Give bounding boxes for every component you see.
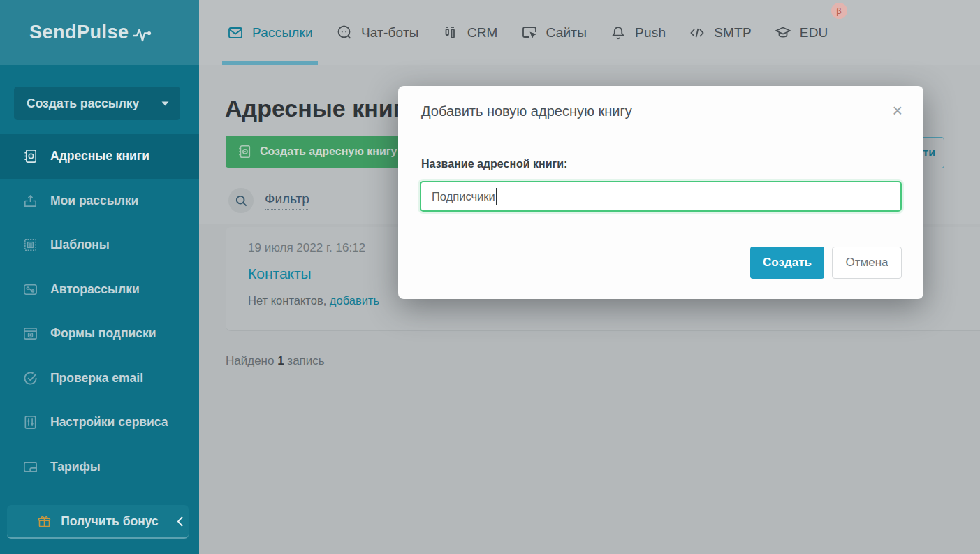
top-nav: Рассылки Чат-боты CRM Сайты Push SMTP [199,0,980,65]
logo-text: SendPulse [29,22,129,43]
sidebar: SendPulse Создать рассылку Адресные книг… [0,0,199,554]
tab-push[interactable]: Push [605,0,671,65]
sidebar-item-service-settings[interactable]: Настройки сервиса [0,400,199,445]
sidebar-item-templates[interactable]: Шаблоны [0,223,199,268]
sites-icon [521,24,538,41]
create-campaign-dropdown[interactable] [149,87,180,120]
addressbook-name-value: Подписчики [432,190,495,203]
book-name-link[interactable]: Контакты [248,265,312,282]
pulse-icon [133,26,152,44]
tab-chatbots[interactable]: Чат-боты [331,0,424,65]
sidebar-item-subscription-forms[interactable]: Формы подписки [0,312,199,356]
get-bonus-button[interactable]: Получить бонус [7,505,189,539]
modal-title: Добавить новую адресную книгу [421,103,632,119]
book-status: Нет контактов, добавить [248,294,379,307]
sendpulse-app: Рассылки Чат-боты CRM Сайты Push SMTP [0,0,980,554]
sidebar-item-email-verification[interactable]: Проверка email [0,356,199,401]
addressbook-name-input[interactable]: Подписчики [420,181,902,212]
chevron-left-icon[interactable] [176,516,184,527]
tab-smtp[interactable]: SMTP [684,0,756,65]
sidebar-item-automations[interactable]: Авторассылки [0,268,199,312]
filter-control[interactable]: Фильтр [228,188,309,213]
get-bonus-label: Получить бонус [61,514,159,529]
close-icon[interactable]: × [889,101,905,121]
tab-label: Чат-боты [361,25,419,41]
book-status-text: Нет контактов, [248,294,330,307]
tab-mailings[interactable]: Рассылки [222,0,318,65]
tab-edu[interactable]: EDU β [770,0,833,65]
sidebar-item-pricing[interactable]: Тарифы [0,445,199,490]
sidebar-item-label: Авторассылки [50,282,140,297]
sidebar-item-label: Мои рассылки [50,194,138,208]
address-book-icon [237,144,252,159]
sidebar-item-label: Настройки сервиса [50,415,168,430]
book-created-date: 19 июля 2022 г. 16:12 [248,241,365,255]
code-icon [689,24,705,41]
tab-label: Рассылки [252,25,313,41]
sidebar-header: SendPulse [0,0,199,65]
templates-icon [22,237,38,253]
envelope-icon [227,24,244,41]
sendpulse-logo[interactable]: SendPulse [29,22,152,44]
service-settings-icon [22,414,38,430]
address-book-icon [22,148,38,164]
sidebar-item-addressbooks[interactable]: Адресные книги [0,134,199,179]
modal-create-button[interactable]: Создать [750,247,824,279]
search-icon [228,188,254,213]
create-campaign-split-button[interactable]: Создать рассылку [14,87,180,120]
tab-crm[interactable]: CRM [437,0,503,65]
sidebar-item-my-campaigns[interactable]: Мои рассылки [0,179,199,224]
add-contacts-link[interactable]: добавить [330,294,379,307]
sidebar-item-label: Шаблоны [50,238,110,252]
verify-check-icon [22,370,38,386]
gift-icon [37,514,52,529]
campaigns-icon [22,193,38,209]
create-campaign-label: Создать рассылку [14,96,149,111]
edu-icon [775,24,791,41]
add-addressbook-modal: Добавить новую адресную книгу × Название… [398,86,923,299]
addressbook-name-label: Название адресной книги: [421,158,567,170]
beta-badge: β [831,3,847,19]
sidebar-item-label: Проверка email [50,371,143,386]
modal-cancel-button[interactable]: Отмена [832,247,902,279]
tab-label: SMTP [714,25,752,41]
caret-down-icon [161,101,169,106]
tab-label: EDU [800,25,828,41]
records-found-summary: Найдено 1 запись [226,354,325,368]
tab-sites[interactable]: Сайты [516,0,592,65]
chatbot-icon [336,24,353,41]
sidebar-item-label: Формы подписки [50,326,156,341]
filter-label: Фильтр [265,191,309,210]
text-caret [496,188,497,205]
create-addressbook-label: Создать адресную книгу [260,145,397,158]
page-title: Адресные книги [225,95,418,122]
automation-icon [22,282,38,298]
partial-button-visible-text: ти [923,147,935,159]
records-found-count: 1 [277,354,284,367]
tab-label: Сайты [546,25,587,41]
sidebar-nav: Адресные книги Мои рассылки Шаблоны Авто… [0,134,199,489]
wallet-icon [22,459,38,475]
subscription-form-icon [22,326,38,342]
sidebar-item-label: Адресные книги [50,149,149,163]
crm-icon [442,24,459,41]
bell-icon [610,24,627,41]
tab-label: CRM [467,25,498,41]
sidebar-item-label: Тарифы [50,460,101,474]
tab-label: Push [635,25,666,41]
